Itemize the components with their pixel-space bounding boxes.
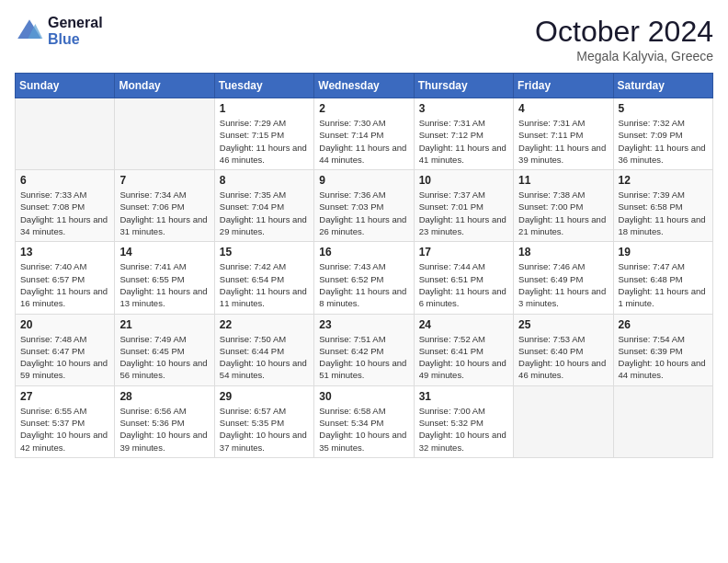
day-number: 3 (419, 102, 508, 115)
day-number: 6 (20, 174, 109, 187)
sunset-text: Sunset: 7:09 PM (619, 129, 708, 141)
calendar-cell: 11 Sunrise: 7:38 AM Sunset: 7:00 PM Dayl… (514, 170, 613, 242)
sunset-text: Sunset: 7:00 PM (518, 201, 608, 213)
daylight-text: Daylight: 10 hours and 32 minutes. (419, 429, 508, 454)
day-number: 24 (419, 318, 508, 331)
daylight-text: Daylight: 11 hours and 26 minutes. (319, 213, 408, 238)
day-number: 20 (20, 318, 109, 331)
sunset-text: Sunset: 5:37 PM (20, 417, 109, 429)
daylight-text: Daylight: 10 hours and 39 minutes. (119, 429, 209, 454)
day-info: Sunrise: 7:52 AM Sunset: 6:41 PM Dayligh… (419, 333, 508, 382)
day-number: 30 (319, 390, 408, 403)
location-label: Megala Kalyvia, Greece (535, 49, 713, 63)
weekday-header-thursday: Thursday (414, 74, 513, 98)
day-number: 5 (619, 102, 708, 115)
daylight-text: Daylight: 11 hours and 1 minute. (619, 285, 708, 310)
calendar-cell: 27 Sunrise: 6:55 AM Sunset: 5:37 PM Dayl… (16, 385, 115, 457)
day-info: Sunrise: 7:48 AM Sunset: 6:47 PM Dayligh… (20, 333, 109, 382)
day-number: 15 (220, 246, 309, 259)
logo-icon (15, 17, 44, 46)
weekday-header-tuesday: Tuesday (214, 74, 313, 98)
sunset-text: Sunset: 7:03 PM (319, 201, 408, 213)
day-number: 19 (619, 246, 708, 259)
sunrise-text: Sunrise: 7:40 AM (20, 260, 109, 272)
calendar-week-3: 13 Sunrise: 7:40 AM Sunset: 6:57 PM Dayl… (16, 242, 713, 314)
page-header: General Blue October 2024 Megala Kalyvia… (15, 15, 713, 63)
calendar-cell: 5 Sunrise: 7:32 AM Sunset: 7:09 PM Dayli… (613, 98, 712, 170)
day-number: 25 (518, 318, 608, 331)
calendar-cell: 16 Sunrise: 7:43 AM Sunset: 6:52 PM Dayl… (314, 242, 414, 314)
sunset-text: Sunset: 7:06 PM (119, 201, 209, 213)
daylight-text: Daylight: 10 hours and 51 minutes. (319, 357, 408, 382)
sunrise-text: Sunrise: 7:34 AM (119, 189, 209, 201)
daylight-text: Daylight: 11 hours and 39 minutes. (518, 142, 608, 167)
weekday-header-monday: Monday (115, 74, 214, 98)
sunrise-text: Sunrise: 6:58 AM (319, 405, 408, 417)
calendar-cell: 24 Sunrise: 7:52 AM Sunset: 6:41 PM Dayl… (414, 314, 513, 385)
daylight-text: Daylight: 10 hours and 49 minutes. (419, 357, 508, 382)
day-number: 28 (119, 390, 209, 403)
sunrise-text: Sunrise: 7:46 AM (518, 260, 608, 272)
day-info: Sunrise: 7:47 AM Sunset: 6:48 PM Dayligh… (619, 260, 708, 309)
calendar-cell: 31 Sunrise: 7:00 AM Sunset: 5:32 PM Dayl… (414, 385, 513, 457)
day-number: 1 (220, 102, 309, 115)
daylight-text: Daylight: 10 hours and 35 minutes. (319, 429, 408, 454)
daylight-text: Daylight: 11 hours and 31 minutes. (119, 213, 209, 238)
daylight-text: Daylight: 10 hours and 37 minutes. (220, 429, 309, 454)
day-number: 4 (518, 102, 608, 115)
day-info: Sunrise: 7:38 AM Sunset: 7:00 PM Dayligh… (518, 189, 608, 237)
month-title: October 2024 (535, 15, 713, 49)
sunrise-text: Sunrise: 6:56 AM (119, 405, 209, 417)
day-number: 2 (319, 102, 408, 115)
sunrise-text: Sunrise: 7:31 AM (518, 117, 608, 129)
sunrise-text: Sunrise: 7:37 AM (419, 189, 508, 201)
sunset-text: Sunset: 6:51 PM (419, 273, 508, 285)
day-number: 27 (20, 390, 109, 403)
daylight-text: Daylight: 11 hours and 13 minutes. (119, 285, 209, 310)
sunset-text: Sunset: 7:08 PM (20, 201, 109, 213)
calendar-cell: 15 Sunrise: 7:42 AM Sunset: 6:54 PM Dayl… (214, 242, 313, 314)
sunset-text: Sunset: 6:47 PM (20, 345, 109, 357)
calendar-week-5: 27 Sunrise: 6:55 AM Sunset: 5:37 PM Dayl… (16, 385, 713, 457)
sunset-text: Sunset: 5:36 PM (119, 417, 209, 429)
day-info: Sunrise: 7:29 AM Sunset: 7:15 PM Dayligh… (220, 117, 309, 166)
sunset-text: Sunset: 6:48 PM (619, 273, 708, 285)
day-info: Sunrise: 7:32 AM Sunset: 7:09 PM Dayligh… (619, 117, 708, 166)
sunset-text: Sunset: 6:45 PM (119, 345, 209, 357)
day-info: Sunrise: 7:31 AM Sunset: 7:12 PM Dayligh… (419, 117, 508, 166)
daylight-text: Daylight: 11 hours and 36 minutes. (619, 142, 708, 167)
sunset-text: Sunset: 6:42 PM (319, 345, 408, 357)
daylight-text: Daylight: 11 hours and 23 minutes. (419, 213, 508, 238)
daylight-text: Daylight: 11 hours and 16 minutes. (20, 285, 109, 310)
calendar-cell: 18 Sunrise: 7:46 AM Sunset: 6:49 PM Dayl… (514, 242, 613, 314)
sunrise-text: Sunrise: 7:31 AM (419, 117, 508, 129)
daylight-text: Daylight: 11 hours and 6 minutes. (419, 285, 508, 310)
day-info: Sunrise: 6:57 AM Sunset: 5:35 PM Dayligh… (220, 405, 309, 454)
sunrise-text: Sunrise: 7:48 AM (20, 333, 109, 345)
calendar-cell: 3 Sunrise: 7:31 AM Sunset: 7:12 PM Dayli… (414, 98, 513, 170)
day-number: 26 (619, 318, 708, 331)
sunrise-text: Sunrise: 7:52 AM (419, 333, 508, 345)
day-number: 17 (419, 246, 508, 259)
calendar-cell: 25 Sunrise: 7:53 AM Sunset: 6:40 PM Dayl… (514, 314, 613, 385)
day-number: 16 (319, 246, 408, 259)
calendar-cell: 29 Sunrise: 6:57 AM Sunset: 5:35 PM Dayl… (214, 385, 313, 457)
daylight-text: Daylight: 11 hours and 3 minutes. (518, 285, 608, 310)
daylight-text: Daylight: 10 hours and 56 minutes. (119, 357, 209, 382)
sunrise-text: Sunrise: 7:54 AM (619, 333, 708, 345)
calendar-cell: 12 Sunrise: 7:39 AM Sunset: 6:58 PM Dayl… (613, 170, 712, 242)
logo-text: General Blue (48, 15, 103, 48)
calendar-cell: 20 Sunrise: 7:48 AM Sunset: 6:47 PM Dayl… (16, 314, 115, 385)
day-number: 8 (220, 174, 309, 187)
daylight-text: Daylight: 10 hours and 59 minutes. (20, 357, 109, 382)
sunset-text: Sunset: 5:32 PM (419, 417, 508, 429)
day-info: Sunrise: 7:44 AM Sunset: 6:51 PM Dayligh… (419, 260, 508, 309)
sunrise-text: Sunrise: 7:32 AM (619, 117, 708, 129)
daylight-text: Daylight: 10 hours and 54 minutes. (220, 357, 309, 382)
sunset-text: Sunset: 7:04 PM (220, 201, 309, 213)
calendar-cell: 10 Sunrise: 7:37 AM Sunset: 7:01 PM Dayl… (414, 170, 513, 242)
day-number: 13 (20, 246, 109, 259)
sunrise-text: Sunrise: 6:57 AM (220, 405, 309, 417)
daylight-text: Daylight: 10 hours and 46 minutes. (518, 357, 608, 382)
sunset-text: Sunset: 6:54 PM (220, 273, 309, 285)
